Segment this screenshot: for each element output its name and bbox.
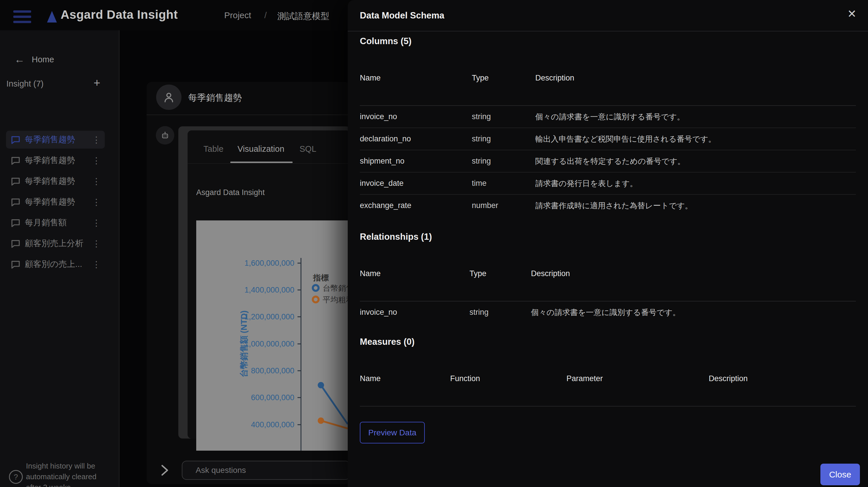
insight-section-title: Insight (7) xyxy=(6,79,43,89)
relationships-heading: Relationships (1) xyxy=(360,231,856,243)
ask-questions-input[interactable] xyxy=(182,461,350,480)
sidebar-item-insight-1[interactable]: 每季銷售趨勢 ⋮ xyxy=(6,131,105,149)
table-row: exchange_rate number 請求書作成時に適用された為替レートです… xyxy=(360,195,856,216)
robot-icon xyxy=(160,130,170,140)
breadcrumb-project[interactable]: Project xyxy=(224,10,251,20)
person-icon xyxy=(162,90,176,104)
home-label: Home xyxy=(32,55,54,64)
legend-title: 指標 xyxy=(313,273,329,282)
question-title: 每季銷售趨勢 xyxy=(188,92,242,104)
history-note: Insight history will be automatically cl… xyxy=(26,461,113,487)
breadcrumb-page: 測試語意模型 xyxy=(277,10,329,22)
sidebar-item-insight-4[interactable]: 每季銷售趨勢 ⋮ xyxy=(6,193,105,211)
sidebar-item-label: 顧客別の売上... xyxy=(25,259,92,270)
svg-text:1,600,000,000: 1,600,000,000 xyxy=(244,259,294,267)
measures-heading: Measures (0) xyxy=(360,336,856,348)
chat-bubble-icon xyxy=(10,134,21,145)
sidebar-item-label: 顧客別売上分析 xyxy=(25,238,92,249)
chat-bubble-icon xyxy=(10,259,21,270)
modal-body: Columns (5) Name Type Description invoic… xyxy=(360,31,856,487)
sidebar-home-button[interactable]: ← Home xyxy=(14,54,54,65)
chat-bubble-icon xyxy=(10,238,21,249)
table-row: invoice_no string 個々の請求書を一意に識別する番号です。 xyxy=(360,301,856,323)
legend-label-margin[interactable]: 平均粗利 xyxy=(322,295,348,304)
panel-divider xyxy=(147,115,350,115)
columns-table-header: Name Type Description xyxy=(360,73,856,106)
sidebar-item-label: 每季銷售趨勢 xyxy=(25,134,92,145)
quarterly-sales-chart: 1,600,000,000 1,400,000,000 1,200,000,00… xyxy=(196,220,348,451)
chat-bubble-icon xyxy=(10,217,21,228)
tab-visualization[interactable]: Visualization xyxy=(238,144,284,154)
table-row: invoice_no string 個々の請求書を一意に識別する番号です。 xyxy=(360,106,856,128)
chat-bubble-icon xyxy=(10,176,21,187)
back-arrow-icon: ← xyxy=(14,54,25,65)
sidebar-item-insight-2[interactable]: 每季銷售趨勢 ⋮ xyxy=(6,152,105,169)
chart-brand-label: Asgard Data Insight xyxy=(196,188,265,197)
item-menu-icon[interactable]: ⋮ xyxy=(92,197,101,207)
user-avatar xyxy=(156,85,182,110)
collapse-chevron-icon[interactable] xyxy=(159,463,170,478)
svg-text:1,000,000,000: 1,000,000,000 xyxy=(244,339,294,348)
app-logo-triangle-icon xyxy=(47,11,57,23)
modal-title: Data Model Schema xyxy=(360,10,444,21)
tabs-divider xyxy=(188,163,350,164)
sidebar: ← Home Insight (7) + 每季銷售趨勢 ⋮ 每季銷售趨勢 ⋮ 每… xyxy=(0,30,120,487)
add-insight-button[interactable]: + xyxy=(91,76,103,89)
chart-plot-background xyxy=(196,220,348,451)
item-menu-icon[interactable]: ⋮ xyxy=(92,156,101,166)
svg-text:600,000,000: 600,000,000 xyxy=(251,393,294,402)
svg-text:1,400,000,000: 1,400,000,000 xyxy=(244,286,294,294)
columns-heading: Columns (5) xyxy=(360,35,856,47)
item-menu-icon[interactable]: ⋮ xyxy=(92,259,101,269)
sidebar-item-insight-6[interactable]: 顧客別売上分析 ⋮ xyxy=(6,234,105,253)
sidebar-item-insight-3[interactable]: 每季銷售趨勢 ⋮ xyxy=(6,172,105,190)
sidebar-item-label: 每季銷售趨勢 xyxy=(25,155,92,166)
data-point-margin[interactable] xyxy=(318,418,324,424)
table-row: declaration_no string 輸出入申告書など税関申告に使用される… xyxy=(360,128,856,150)
sidebar-item-label: 每季銷售趨勢 xyxy=(25,196,92,208)
preview-data-button[interactable]: Preview Data xyxy=(360,422,425,444)
relationships-table-header: Name Type Description xyxy=(360,268,856,301)
sidebar-item-label: 每季銷售趨勢 xyxy=(25,175,92,187)
history-info-icon: ? xyxy=(9,470,23,484)
breadcrumb-separator: / xyxy=(264,10,267,20)
svg-text:400,000,000: 400,000,000 xyxy=(251,420,294,429)
tab-sql[interactable]: SQL xyxy=(300,144,316,154)
close-button[interactable]: Close xyxy=(820,464,860,485)
y-axis-title: 台幣銷售額 (NTD) xyxy=(239,311,248,377)
item-menu-icon[interactable]: ⋮ xyxy=(92,238,101,249)
sidebar-item-insight-7[interactable]: 顧客別の売上... ⋮ xyxy=(6,255,105,273)
tab-table[interactable]: Table xyxy=(204,144,223,154)
close-icon[interactable]: ✕ xyxy=(847,7,857,20)
active-tab-underline xyxy=(230,162,292,163)
table-row: shipment_no string 関連する出荷を特定するための番号です。 xyxy=(360,150,856,172)
bot-avatar xyxy=(156,126,174,144)
hamburger-menu-icon[interactable] xyxy=(13,10,31,23)
svg-text:800,000,000: 800,000,000 xyxy=(251,366,294,375)
measures-table-header: Name Function Parameter Description xyxy=(360,373,856,407)
screen: Asgard Data Insight Project / 測試語意模型 ← H… xyxy=(0,0,868,487)
svg-text:1,200,000,000: 1,200,000,000 xyxy=(244,313,294,321)
legend-label-sales[interactable]: 台幣銷售 xyxy=(322,284,348,293)
table-row: invoice_date time 請求書の発行日を表します。 xyxy=(360,172,856,195)
sidebar-item-insight-5[interactable]: 每月銷售額 ⋮ xyxy=(6,214,105,232)
sidebar-item-label: 每月銷售額 xyxy=(25,217,92,228)
item-menu-icon[interactable]: ⋮ xyxy=(92,218,101,228)
data-model-schema-modal: Data Model Schema ✕ Columns (5) Name Typ… xyxy=(348,0,868,487)
data-point-sales[interactable] xyxy=(318,382,324,388)
item-menu-icon[interactable]: ⋮ xyxy=(92,135,101,145)
app-title: Asgard Data Insight xyxy=(61,8,178,22)
chat-bubble-icon xyxy=(10,155,21,166)
chat-bubble-icon xyxy=(10,196,21,207)
item-menu-icon[interactable]: ⋮ xyxy=(92,176,101,186)
